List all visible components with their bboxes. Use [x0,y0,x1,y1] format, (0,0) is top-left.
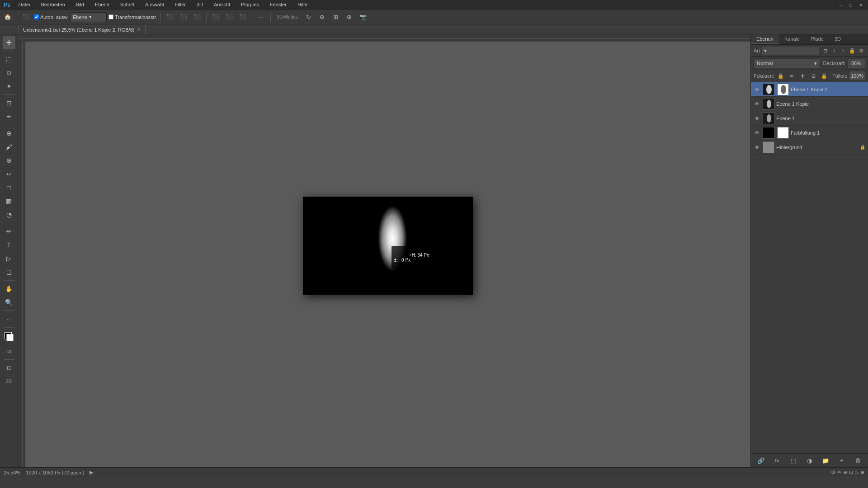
tab-kanaele[interactable]: Kanäle [779,34,805,44]
close-button[interactable]: ✕ [857,1,864,9]
lock-all-button[interactable]: 🔒 [819,72,829,80]
status-icon-4[interactable]: ⊡ [849,469,853,475]
status-icon-3[interactable]: ⊕ [843,469,847,475]
menu-bearbeiten[interactable]: Bearbeiten [38,2,67,8]
canvas-scroll[interactable]: +H: 34 Px±: 0 Px [25,42,750,467]
layer-visibility-toggle[interactable]: 👁 [753,143,761,151]
layer-fx-button[interactable]: fx [772,455,782,465]
more-tools-button[interactable]: ··· [3,313,15,325]
art-dropdown[interactable]: ▾ [762,46,819,55]
auto-select-checkbox[interactable] [34,14,39,19]
tab-ebenen[interactable]: Ebenen [751,34,779,44]
grid-button[interactable]: ⊞ [330,11,342,23]
crop-tool[interactable]: ⊡ [3,97,15,109]
eyedropper-tool[interactable]: ✒ [3,110,15,123]
magic-wand-tool[interactable]: ✦ [3,80,15,93]
align-bottom-button[interactable]: ⬛ [191,11,203,23]
menu-hilfe[interactable]: Hilfe [295,2,310,8]
layer-group-button[interactable]: 📁 [821,455,830,465]
lock-pixel-button[interactable]: ✏ [787,72,797,80]
layer-item[interactable]: 👁 Ebene 1 Kopie [751,97,868,111]
tab-close-button[interactable]: ✕ [137,27,141,32]
lock-artboard-button[interactable]: ⊡ [808,72,818,80]
menu-auswahl[interactable]: Auswahl [142,2,167,8]
menu-fenster[interactable]: Fenster [267,2,289,8]
layer-settings-button[interactable]: ⚙ [857,47,865,55]
zoom-tool[interactable]: 🔍 [3,296,15,309]
align-top-button[interactable]: ⬛ [164,11,176,23]
layer-new-button[interactable]: + [837,455,847,465]
layer-visibility-toggle[interactable]: 👁 [753,114,761,122]
marquee-tool[interactable]: ⬚ [3,53,15,66]
snap-button[interactable]: ⊕ [316,11,328,23]
lasso-tool[interactable]: ⊙ [3,66,15,79]
hand-tool[interactable]: ✋ [3,282,15,295]
menu-plugins[interactable]: Plug-ins [238,2,262,8]
color-swatches[interactable] [3,330,15,343]
lock-position-button[interactable]: ✛ [797,72,807,80]
layer-adjustment-button[interactable]: ◑ [804,455,814,465]
quick-mask-button[interactable]: ⊡ [3,345,15,357]
history-brush-tool[interactable]: ↩ [3,168,15,180]
layer-item[interactable]: 👁 Ebene 1 [751,111,868,126]
menu-ansicht[interactable]: Ansicht [211,2,233,8]
document-tab[interactable]: Unbenannt-1 bei 25,5% (Ebene 1 Kopie 2, … [18,25,146,34]
layer-visibility-toggle[interactable]: 👁 [753,100,761,108]
rotate-button[interactable]: ↻ [303,11,315,23]
camera-button[interactable]: 📷 [357,11,369,23]
status-icon-1[interactable]: ⚙ [831,469,835,475]
layer-item[interactable]: 👁 Farbfüllung 1 [751,126,868,140]
pen-tool[interactable]: ✏ [3,225,15,238]
align-hcenter-button[interactable]: ⬛ [223,11,235,23]
transform-label[interactable]: Transformationsstr. [108,14,157,20]
layer-lock2-button[interactable]: 🔒 [848,47,856,55]
tab-pfade[interactable]: Pfade [805,34,829,44]
maximize-button[interactable]: □ [847,1,854,9]
menu-ebene[interactable]: Ebene [92,2,112,8]
fill-value[interactable]: 100% [849,71,865,81]
burn-tool[interactable]: ◔ [3,208,15,221]
more-button[interactable]: ··· [255,11,267,23]
align-left-button[interactable]: ⬛ [210,11,222,23]
opacity-value[interactable]: 86% [847,58,865,68]
layer-link-button[interactable]: 🔗 [756,455,766,465]
menu-datei[interactable]: Datei [16,2,33,8]
3d-mode-button[interactable]: 3D-Modus [274,11,301,23]
screen-mode-button[interactable]: ⊟ [3,361,15,374]
blend-mode-dropdown[interactable]: Normal ▾ [754,58,820,68]
move-tool[interactable]: ✛ [3,36,15,49]
align-right-button[interactable]: ⬛ [237,11,249,23]
align-vcenter-button[interactable]: ⬛ [178,11,189,23]
brush-tool[interactable]: 🖌 [3,141,15,153]
spot-heal-tool[interactable]: ⊕ [3,127,15,140]
path-select-tool[interactable]: ▷ [3,252,15,265]
layer-visibility-toggle[interactable]: 👁 [753,85,761,94]
menu-bild[interactable]: Bild [73,2,87,8]
layer-text-button[interactable]: T [830,47,838,55]
status-icon-6[interactable]: ⊕ [860,469,864,475]
layer-visibility-toggle[interactable]: 👁 [753,129,761,137]
lock-transparent-button[interactable]: 🔒 [776,72,786,80]
tool-icon[interactable]: ⬛ [20,11,32,23]
3d-tools-button[interactable]: 3D [3,375,15,388]
extras-button[interactable]: ⊕ [344,11,355,23]
menu-schrift[interactable]: Schrift [118,2,137,8]
tab-3d[interactable]: 3D [829,34,846,44]
status-icon-5[interactable]: ▷ [855,469,859,475]
home-button[interactable]: 🏠 [2,11,14,23]
transform-checkbox[interactable] [108,14,113,19]
status-icon-2[interactable]: ✏ [837,469,841,475]
layer-list[interactable]: 👁 Ebene 1 Kopie 2 👁 [751,82,868,453]
layer-thumbnail-view[interactable]: ⊟ [821,47,829,55]
layer-item[interactable]: 👁 Hintergrund 🔒 [751,140,868,155]
type-tool[interactable]: T [3,239,15,251]
layer-delete-button[interactable]: 🗑 [853,455,863,465]
menu-filter[interactable]: Filter [172,2,189,8]
gradient-tool[interactable]: ▦ [3,195,15,207]
minimize-button[interactable]: ─ [837,1,844,9]
auto-select-label[interactable]: Auton. ausw. [34,14,69,20]
shape-tool[interactable]: ◻ [3,266,15,278]
layer-add-button[interactable]: + [839,47,847,55]
menu-3d[interactable]: 3D [194,2,206,8]
layer-dropdown[interactable]: Ebene ▾ [71,12,107,22]
